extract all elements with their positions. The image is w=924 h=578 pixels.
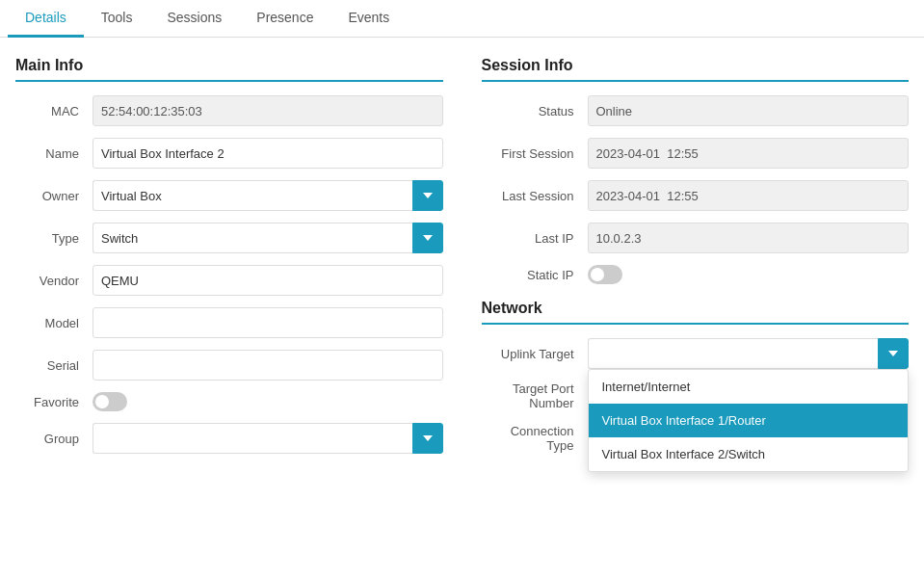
target-port-label: Target Port Number — [482, 381, 588, 410]
first-session-row: First Session — [482, 138, 910, 169]
static-ip-label: Static IP — [482, 268, 588, 282]
first-session-input[interactable] — [588, 138, 910, 169]
group-dropdown-btn[interactable] — [412, 423, 443, 454]
last-ip-row: Last IP — [482, 223, 910, 253]
last-ip-label: Last IP — [482, 231, 588, 246]
network-divider — [482, 323, 910, 325]
name-label: Name — [15, 146, 92, 161]
network-section: Network Uplink Target Internet/Internet … — [482, 300, 910, 454]
owner-input[interactable] — [92, 180, 412, 211]
status-input[interactable] — [588, 95, 910, 126]
session-info-title: Session Info — [482, 57, 910, 74]
group-dropdown-wrap — [92, 423, 443, 454]
favorite-toggle-wrap — [92, 392, 127, 411]
favorite-label: Favorite — [15, 395, 92, 409]
type-dropdown-btn[interactable] — [412, 223, 443, 253]
mac-label: MAC — [15, 104, 92, 118]
connection-type-label: Connection Type — [482, 424, 588, 453]
model-row: Model — [15, 307, 443, 338]
uplink-option-switch[interactable]: Virtual Box Interface 2/Switch — [589, 437, 909, 471]
content-area: Main Info MAC Name Owner Type — [0, 38, 924, 485]
uplink-target-row: Uplink Target Internet/Internet Virtual … — [482, 338, 910, 369]
tab-presence[interactable]: Presence — [239, 0, 330, 38]
owner-dropdown-wrap — [92, 180, 443, 211]
main-info-title: Main Info — [15, 57, 443, 74]
name-row: Name — [15, 138, 443, 169]
serial-label: Serial — [15, 358, 92, 373]
name-input[interactable] — [92, 138, 443, 169]
main-info-divider — [15, 80, 443, 82]
status-label: Status — [482, 104, 588, 118]
type-dropdown-wrap — [92, 223, 443, 253]
last-session-label: Last Session — [482, 189, 588, 203]
uplink-option-router[interactable]: Virtual Box Interface 1/Router — [589, 404, 909, 437]
uplink-target-label: Uplink Target — [482, 347, 588, 361]
tab-sessions[interactable]: Sessions — [149, 0, 239, 38]
type-label: Type — [15, 231, 92, 246]
network-title: Network — [482, 300, 910, 317]
vendor-row: Vendor — [15, 265, 443, 296]
right-panel: Session Info Status First Session Last S… — [462, 57, 910, 465]
tab-details[interactable]: Details — [8, 0, 84, 38]
tab-events[interactable]: Events — [330, 0, 407, 38]
uplink-target-dropdown-btn[interactable] — [878, 338, 909, 369]
owner-dropdown-btn[interactable] — [412, 180, 443, 211]
last-session-row: Last Session — [482, 180, 910, 211]
owner-row: Owner — [15, 180, 443, 211]
group-input[interactable] — [92, 423, 412, 454]
session-info-divider — [482, 80, 910, 82]
static-ip-row: Static IP — [482, 265, 910, 284]
uplink-target-dropdown-wrap — [588, 338, 910, 369]
uplink-target-popup: Internet/Internet Virtual Box Interface … — [588, 369, 910, 472]
group-row: Group — [15, 423, 443, 454]
left-panel: Main Info MAC Name Owner Type — [15, 57, 462, 465]
status-row: Status — [482, 95, 910, 126]
static-ip-toggle-wrap — [588, 265, 622, 284]
serial-input[interactable] — [92, 350, 443, 381]
last-session-input[interactable] — [588, 180, 910, 211]
favorite-row: Favorite — [15, 392, 443, 411]
last-ip-input[interactable] — [588, 223, 910, 253]
first-session-label: First Session — [482, 146, 588, 161]
static-ip-toggle[interactable] — [588, 265, 622, 284]
tabs-bar: Details Tools Sessions Presence Events — [0, 0, 924, 38]
type-input[interactable] — [92, 223, 412, 253]
mac-input[interactable] — [92, 95, 443, 126]
type-row: Type — [15, 223, 443, 253]
group-label: Group — [15, 432, 92, 446]
uplink-target-input[interactable] — [588, 338, 879, 369]
model-input[interactable] — [92, 307, 443, 338]
mac-row: MAC — [15, 95, 443, 126]
serial-row: Serial — [15, 350, 443, 381]
vendor-input[interactable] — [92, 265, 443, 296]
uplink-option-internet[interactable]: Internet/Internet — [589, 370, 909, 404]
tab-tools[interactable]: Tools — [84, 0, 150, 38]
owner-label: Owner — [15, 189, 92, 203]
favorite-toggle[interactable] — [92, 392, 127, 411]
model-label: Model — [15, 316, 92, 330]
vendor-label: Vendor — [15, 274, 92, 288]
